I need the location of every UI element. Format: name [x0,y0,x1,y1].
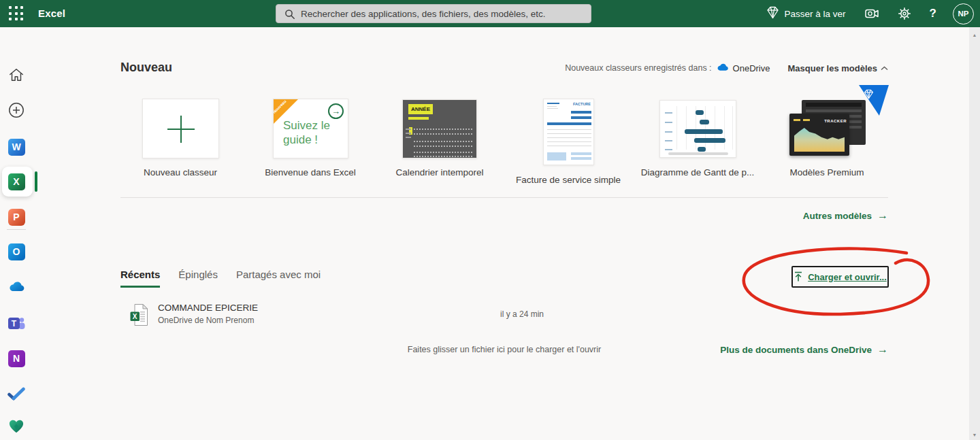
sidebar-item-todo[interactable] [7,386,25,404]
plus-icon [165,114,197,145]
arrow-right-icon: → [877,209,888,222]
premium-diamond-icon [766,6,780,22]
sidebar-item-excel[interactable]: X [7,173,25,190]
vertical-scrollbar[interactable]: ▲ ▼ [969,27,980,440]
files-tabs: Récents Épinglés Partagés avec moi [120,269,321,288]
scroll-up-arrow[interactable]: ▲ [969,33,980,37]
top-app-bar: Excel Passer à la ver ? NP [0,0,980,27]
meet-camera-icon[interactable] [864,7,879,20]
app-title: Excel [38,7,65,19]
help-icon[interactable]: ? [930,7,936,20]
plus-circle-icon [8,102,24,121]
file-name: COMMANDE EPICERIE [158,303,258,313]
left-app-rail: W X P O T N [0,27,38,440]
sidebar-item-home[interactable] [7,67,25,85]
save-location-row: Nouveaux classeurs enregistrés dans : On… [565,62,888,74]
excel-file-icon: X [130,303,148,326]
hide-templates-label: Masquer les modèles [788,63,878,73]
calendar-thumb-title: ANNÉE [408,104,433,114]
file-location: OneDrive de Nom Prenom [158,316,254,325]
template-label[interactable]: Nouveau classeur [144,167,217,177]
invoice-thumb-title: FACTURE [573,102,591,106]
recent-file-row[interactable]: X COMMANDE EPICERIE OneDrive de Nom Pren… [120,299,888,332]
section-divider [120,197,888,198]
upload-and-open-button[interactable]: Charger et ouvrir... [791,266,889,288]
template-new-workbook[interactable] [142,99,219,158]
outlook-icon: O [8,243,25,260]
template-calendar[interactable]: ANNÉE [402,99,477,158]
premium-thumb-title: TRACKER [824,119,847,123]
upload-icon [794,271,803,282]
welcome-thumb-text: Suivez le guide ! [283,118,348,148]
avatar[interactable]: NP [953,3,974,24]
hide-templates-button[interactable]: Masquer les modèles [788,63,889,73]
powerpoint-icon: P [8,209,25,226]
word-icon: W [8,139,25,156]
svg-text:T: T [12,319,17,328]
sidebar-item-word[interactable]: W [7,138,25,156]
template-gantt[interactable] [659,100,736,158]
teams-icon: T [7,314,25,332]
tab-pinned[interactable]: Épinglés [178,269,218,288]
premium-front-panel: TRACKER [789,114,849,156]
home-icon [8,67,24,86]
sidebar-item-outlook[interactable]: O [7,243,25,260]
tab-shared[interactable]: Partagés avec moi [236,269,321,288]
save-location-value[interactable]: OneDrive [733,63,770,73]
onedrive-icon [7,280,25,295]
svg-text:X: X [133,313,137,320]
search-icon [284,9,295,22]
chevron-up-icon [881,66,888,71]
tab-recents[interactable]: Récents [120,269,160,288]
sidebar-active-pill [35,171,37,192]
upgrade-premium-button[interactable]: Passer à la ver [766,6,846,22]
excel-icon: X [8,173,25,190]
scroll-down-arrow[interactable]: ▼ [969,433,980,437]
sidebar-item-viva[interactable] [7,419,25,437]
premium-area-chart [794,126,845,152]
rail-divider [7,229,26,230]
settings-gear-icon[interactable] [898,7,911,20]
sidebar-item-onedrive[interactable] [7,279,25,297]
template-label[interactable]: Diagramme de Gantt de p... [641,167,755,177]
viva-heart-icon [8,419,24,437]
save-location-prefix: Nouveaux classeurs enregistrés dans : [565,63,711,73]
premium-diamond-icon [863,89,875,99]
more-templates-link[interactable]: Autres modèles → [803,209,888,222]
search-input[interactable] [301,5,587,22]
template-premium[interactable]: TRACKER [789,99,866,160]
arrow-right-icon: → [877,343,888,356]
tour-arrow-icon: → [328,103,344,119]
onenote-icon: N [8,350,25,367]
file-modified-time: il y a 24 min [500,309,544,319]
sidebar-item-create[interactable] [7,103,25,120]
app-launcher-icon[interactable] [9,6,24,21]
onedrive-small-icon [716,62,729,74]
template-invoice[interactable]: FACTURE [543,99,594,165]
search-bar[interactable] [276,4,591,23]
upgrade-label: Passer à la ver [785,9,846,19]
sidebar-item-powerpoint[interactable]: P [7,208,25,226]
template-label[interactable]: Modèles Premium [790,167,864,177]
template-welcome-tour[interactable]: Nouveau → Suivez le guide ! [273,99,348,158]
sidebar-item-onenote[interactable]: N [7,350,25,367]
section-title-nouveau: Nouveau [120,61,172,75]
todo-check-icon [7,387,25,403]
template-label[interactable]: Bienvenue dans Excel [265,167,356,177]
template-label[interactable]: Calendrier intemporel [395,167,483,177]
sidebar-item-teams[interactable]: T [7,314,25,332]
template-label[interactable]: Facture de service simple [516,175,621,185]
more-documents-link[interactable]: Plus de documents dans OneDrive → [720,343,888,356]
